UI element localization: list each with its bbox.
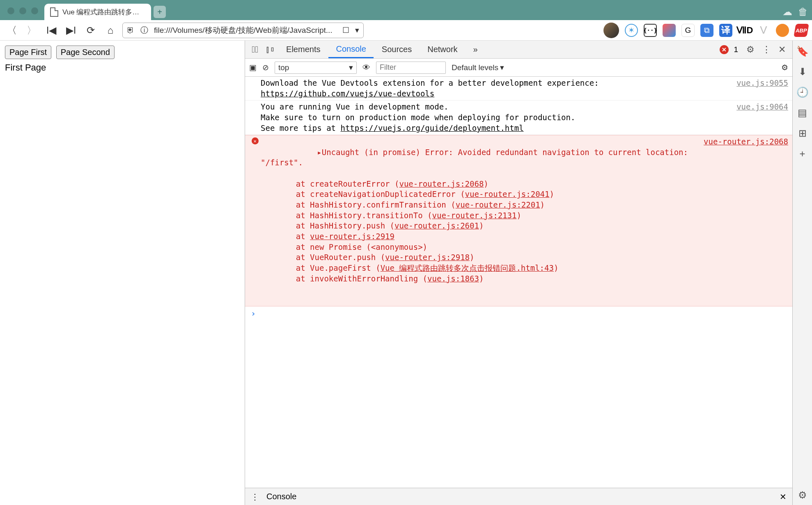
info-icon[interactable]: ⓘ xyxy=(140,25,148,36)
tab-console[interactable]: Console xyxy=(328,41,373,58)
bookmark-icon[interactable]: 🔖 xyxy=(796,46,809,57)
stack-frame: at new Promise (<anonymous>) xyxy=(261,242,700,253)
stack-frame: at invokeWithErrorHandling (vue.js:1863) xyxy=(261,274,700,284)
stack-frame: at Vue.pageFirst (Vue 编程式路由跳转多次点击报错问题.ht… xyxy=(261,263,700,274)
download-icon[interactable]: ⬇ xyxy=(798,66,807,78)
devtools-panel: �⃞ ⫿▯ Elements Console Sources Network »… xyxy=(245,41,812,505)
browser-tab[interactable]: Vue 编程式路由跳转多次点 xyxy=(44,4,151,20)
error-count[interactable]: 1 xyxy=(729,45,742,54)
page-content: Page First Page Second First Page xyxy=(0,41,245,505)
chevron-down-icon: ▾ xyxy=(349,63,353,72)
extension-translate-icon[interactable]: 译 xyxy=(719,24,732,37)
tab-network[interactable]: Network xyxy=(420,41,465,58)
error-message: Uncaught (in promise) Error: Avoided red… xyxy=(261,148,693,167)
console-sidebar-toggle-icon[interactable]: ▣ xyxy=(249,63,257,72)
tab-title: Vue 编程式路由跳转多次点 xyxy=(62,7,144,17)
bookmark-icon[interactable]: ☐ xyxy=(342,25,349,35)
cloud-icon[interactable]: ☁ xyxy=(782,6,792,18)
extension-pinwheel-icon[interactable]: ✶ xyxy=(625,24,638,37)
error-source[interactable]: vue-router.js:2068 xyxy=(700,137,788,305)
log-source[interactable]: vue.js:9055 xyxy=(732,78,788,99)
stack-link[interactable]: vue-router.js:2918 xyxy=(385,253,470,262)
tab-elements[interactable]: Elements xyxy=(279,41,328,58)
stack-link[interactable]: Vue 编程式路由跳转多次点击报错问题.html:43 xyxy=(381,263,554,272)
last-button[interactable]: ▶I xyxy=(63,23,79,38)
close-drawer-icon[interactable]: ✕ xyxy=(780,492,787,502)
error-icon: ✕ xyxy=(252,137,259,144)
drawer-menu-icon[interactable]: ⋮ xyxy=(251,492,259,502)
page-second-button[interactable]: Page Second xyxy=(56,46,115,59)
minimize-window[interactable] xyxy=(19,7,26,14)
history-icon[interactable]: 🕘 xyxy=(796,87,809,98)
notes-icon[interactable]: ▤ xyxy=(798,107,807,119)
live-expression-icon[interactable]: 👁 xyxy=(362,63,370,72)
error-badge-icon[interactable]: ✕ xyxy=(720,45,729,54)
devtools-tabs: �⃞ ⫿▯ Elements Console Sources Network »… xyxy=(245,41,792,59)
extension-abp-icon[interactable]: ABP xyxy=(794,24,809,37)
address-bar[interactable]: ⛨ ⓘ file:///Volumes/移动硬盘/技能/Web前端/JavaSc… xyxy=(122,23,364,38)
shield-icon[interactable]: ⛨ xyxy=(127,26,135,35)
console-prompt[interactable]: › xyxy=(245,306,792,321)
tab-more[interactable]: » xyxy=(466,41,485,58)
profile-avatar[interactable] xyxy=(603,23,619,38)
maximize-window[interactable] xyxy=(31,7,38,14)
extension-popup-icon[interactable]: ⧉ xyxy=(700,24,713,37)
log-source[interactable]: vue.js:9064 xyxy=(732,102,788,133)
tab-sources[interactable]: Sources xyxy=(374,41,419,58)
add-icon[interactable]: + xyxy=(799,148,805,160)
console-log-row: Download the Vue Devtools extension for … xyxy=(245,77,792,101)
context-label: top xyxy=(278,63,289,72)
console-settings-icon[interactable]: ⚙ xyxy=(781,63,788,72)
drawer-label[interactable]: Console xyxy=(266,492,296,501)
forward-button[interactable]: 〉 xyxy=(24,23,39,38)
close-devtools-icon[interactable]: ✕ xyxy=(775,44,789,55)
window-icon[interactable]: ⊞ xyxy=(798,128,807,139)
stack-frame: at createRouterError (vue-router.js:2068… xyxy=(261,179,700,190)
trash-icon[interactable]: 🗑 xyxy=(798,6,808,18)
extension-json-icon[interactable]: {··} xyxy=(644,24,657,37)
extension-darkreader-icon[interactable]: ⅦD xyxy=(738,24,751,37)
filter-input[interactable] xyxy=(376,62,446,74)
settings-gear-icon[interactable]: ⚙ xyxy=(743,44,758,55)
console-log-row: You are running Vue in development mode.… xyxy=(245,101,792,135)
stack-link[interactable]: vue-router.js:2041 xyxy=(465,190,550,199)
log-link[interactable]: https://github.com/vuejs/vue-devtools xyxy=(261,89,434,98)
more-menu-icon[interactable]: ⋮ xyxy=(759,44,774,55)
console-error-row: ✕ ▸Uncaught (in promise) Error: Avoided … xyxy=(245,135,792,306)
stack-frame: at VueRouter.push (vue-router.js:2918) xyxy=(261,252,700,263)
extension-vue-devtools-icon[interactable]: V xyxy=(757,24,770,37)
extension-colorful-icon[interactable] xyxy=(663,24,676,37)
inspect-element-icon[interactable]: �⃞ xyxy=(248,44,261,55)
stack-link[interactable]: vue-router.js:2131 xyxy=(432,211,517,220)
stack-link[interactable]: vue-router.js:2068 xyxy=(399,179,484,188)
stack-frame: at vue-router.js:2919 xyxy=(261,231,700,242)
back-button[interactable]: 〈 xyxy=(4,23,20,38)
extension-orange-icon[interactable] xyxy=(776,24,789,37)
chevron-down-icon[interactable]: ▾ xyxy=(355,25,359,35)
file-icon xyxy=(50,7,58,17)
reload-button[interactable]: ⟳ xyxy=(83,23,99,38)
console-output: Download the Vue Devtools extension for … xyxy=(245,77,792,488)
stack-frame: at HashHistory.transitionTo (vue-router.… xyxy=(261,210,700,221)
stack-link[interactable]: vue.js:1863 xyxy=(427,274,479,283)
home-button[interactable]: ⌂ xyxy=(103,23,118,38)
devtools-drawer: ⋮ Console ✕ xyxy=(245,488,792,505)
expand-arrow-icon[interactable]: ▸ xyxy=(317,148,321,157)
levels-label: Default levels xyxy=(452,63,498,72)
new-tab-button[interactable]: + xyxy=(154,6,166,18)
clear-console-icon[interactable]: ⊘ xyxy=(262,63,269,72)
stack-link[interactable]: vue-router.js:2601 xyxy=(395,221,479,230)
close-window[interactable] xyxy=(7,7,14,14)
page-first-button[interactable]: Page First xyxy=(5,46,51,59)
device-toolbar-icon[interactable]: ⫿▯ xyxy=(262,44,278,55)
extension-google-translate-icon[interactable]: G xyxy=(681,24,695,37)
context-selector[interactable]: top ▾ xyxy=(275,62,357,74)
stack-link[interactable]: vue-router.js:2919 xyxy=(310,232,395,241)
console-toolbar: ▣ ⊘ top ▾ 👁 Default levels ▾ ⚙ xyxy=(245,59,792,77)
stack-link[interactable]: vue-router.js:2201 xyxy=(456,200,540,209)
log-link[interactable]: https://vuejs.org/guide/deployment.html xyxy=(340,123,523,133)
first-button[interactable]: I◀ xyxy=(44,23,59,38)
log-levels-selector[interactable]: Default levels ▾ xyxy=(452,63,504,72)
settings-gear-icon[interactable]: ⚙ xyxy=(798,489,807,501)
log-text: Download the Vue Devtools extension for … xyxy=(261,78,599,87)
